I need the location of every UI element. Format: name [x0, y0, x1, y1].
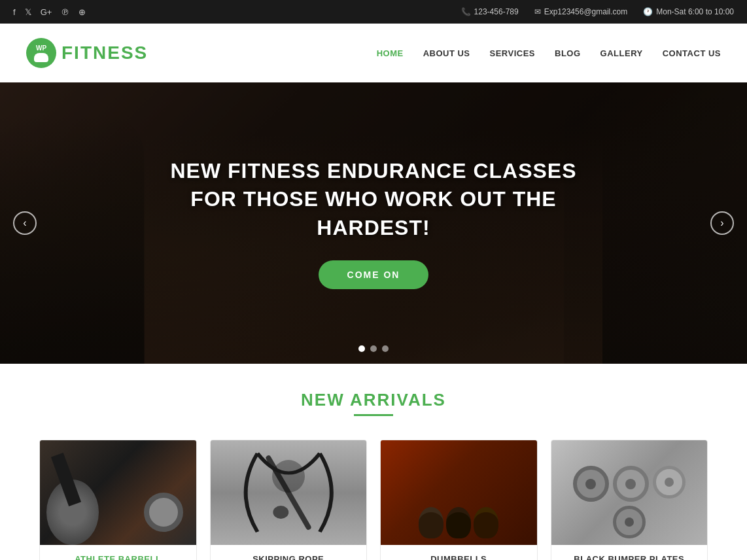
twitter-icon[interactable]: 𝕏 — [25, 7, 31, 17]
nav-gallery[interactable]: GALLERY — [600, 48, 643, 58]
section-underline — [354, 414, 393, 416]
logo-text: FITNESS — [61, 43, 148, 63]
product-name-1: ATHLETE BARBELL — [75, 554, 161, 560]
social-links[interactable]: f 𝕏 G+ ℗ ⊕ — [13, 7, 86, 17]
product-card-4: BLACK BUMPER PLATES ★★★★★ £ 1,000.00 £ 7… — [551, 440, 708, 560]
email-info: ✉ Exp123456@gmail.com — [534, 7, 628, 16]
product-image-4 — [551, 440, 708, 545]
clock-icon: 🕐 — [643, 7, 653, 16]
nav-services[interactable]: SERVICES — [490, 48, 536, 58]
instagram-icon[interactable]: ⊕ — [78, 7, 86, 17]
product-image-3 — [381, 440, 537, 545]
top-bar: f 𝕏 G+ ℗ ⊕ 📞 123-456-789 ✉ Exp123456@gma… — [0, 0, 747, 24]
product-image-2 — [211, 440, 367, 545]
phone-info: 📞 123-456-789 — [461, 7, 519, 16]
hero-section: NEW FITNESS ENDURANCE CLASSES FOR THOSE … — [0, 82, 747, 364]
new-arrivals-section: NEW ARRIVALS ATHLETE BARBELL ★★★★★ £ 50.… — [0, 364, 747, 560]
products-grid: ATHLETE BARBELL ★★★★★ £ 50.00 £ 425.00 A… — [39, 440, 708, 560]
email-icon: ✉ — [534, 7, 541, 16]
pinterest-icon[interactable]: ℗ — [61, 7, 69, 17]
product-name-3: DUMBBELLS — [430, 554, 487, 560]
facebook-icon[interactable]: f — [13, 7, 16, 17]
hours-text: Mon-Sat 6:00 to 10:00 — [656, 7, 734, 16]
svg-point-0 — [273, 506, 288, 519]
contact-info: 📞 123-456-789 ✉ Exp123456@gmail.com 🕐 Mo… — [461, 7, 734, 16]
hero-cta-button[interactable]: COME ON — [319, 260, 429, 289]
logo[interactable]: WP FITNESS — [26, 38, 148, 68]
hero-prev-button[interactable]: ‹ — [13, 211, 37, 235]
nav-blog[interactable]: BLOG — [555, 48, 581, 58]
hero-dot-3[interactable] — [382, 345, 389, 352]
header: WP FITNESS HOME ABOUT US SERVICES BLOG G… — [0, 24, 747, 82]
product-name-4: BLACK BUMPER PLATES — [574, 554, 684, 560]
hero-dot-1[interactable] — [358, 345, 365, 352]
hero-dot-2[interactable] — [370, 345, 377, 352]
product-card-3: DUMBBELLS ★★★★★ £ 1,500.00 £ 999.00 ADD … — [380, 440, 538, 560]
hero-dots — [358, 345, 389, 352]
phone-icon: 📞 — [461, 7, 471, 16]
hours-info: 🕐 Mon-Sat 6:00 to 10:00 — [643, 7, 734, 16]
hero-next-button[interactable]: › — [710, 211, 734, 235]
main-nav: HOME ABOUT US SERVICES BLOG GALLERY CONT… — [377, 48, 721, 58]
phone-number: 123-456-789 — [474, 7, 519, 16]
nav-about[interactable]: ABOUT US — [423, 48, 470, 58]
hero-content: NEW FITNESS ENDURANCE CLASSES FOR THOSE … — [145, 157, 602, 289]
hero-title: NEW FITNESS ENDURANCE CLASSES FOR THOSE … — [145, 157, 602, 242]
email-address: Exp123456@gmail.com — [544, 7, 628, 16]
product-card-2: SKIPPING ROPE ★★★★★ £ 100.00 £ 90.00 ADD… — [210, 440, 368, 560]
nav-contact[interactable]: CONTACT US — [663, 48, 721, 58]
product-name-2: SKIPPING ROPE — [252, 554, 324, 560]
section-title: NEW ARRIVALS — [39, 390, 708, 410]
nav-home[interactable]: HOME — [377, 48, 404, 58]
googleplus-icon[interactable]: G+ — [41, 7, 52, 17]
product-image-1 — [40, 440, 196, 545]
logo-icon: WP — [26, 38, 56, 68]
product-card-1: ATHLETE BARBELL ★★★★★ £ 50.00 £ 425.00 A… — [39, 440, 197, 560]
